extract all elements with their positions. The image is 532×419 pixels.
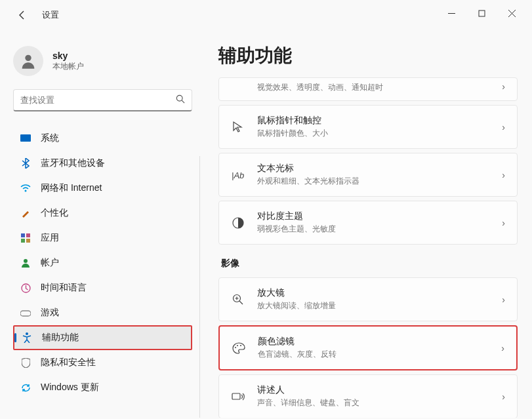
svg-rect-6 bbox=[26, 233, 30, 237]
contrast-icon bbox=[231, 216, 245, 230]
svg-point-16 bbox=[235, 347, 236, 348]
card-title: 对比度主题 bbox=[257, 210, 490, 222]
effects-icon bbox=[231, 79, 245, 94]
chevron-right-icon: › bbox=[502, 170, 505, 180]
apps-icon bbox=[20, 232, 31, 244]
search-icon bbox=[176, 94, 185, 106]
svg-point-9 bbox=[24, 259, 28, 263]
sidebar-item-label: 系统 bbox=[41, 132, 59, 144]
card-sub: 放大镜阅读、缩放增量 bbox=[257, 300, 490, 311]
svg-point-4 bbox=[25, 190, 27, 192]
chevron-right-icon: › bbox=[502, 122, 505, 132]
svg-rect-7 bbox=[21, 239, 25, 243]
settings-card-contrast-themes[interactable]: 对比度主题 弱视彩色主题、光敏度 › bbox=[218, 201, 518, 245]
card-sub: 视觉效果、透明度、动画、通知超时 bbox=[257, 82, 490, 93]
card-title: 文本光标 bbox=[257, 163, 490, 174]
chevron-right-icon: › bbox=[502, 81, 505, 92]
brush-icon bbox=[20, 207, 31, 219]
svg-point-12 bbox=[26, 332, 28, 335]
sidebar-item-accessibility[interactable]: 辅助功能 bbox=[13, 325, 192, 350]
svg-point-1 bbox=[25, 55, 31, 61]
sidebar-item-label: 时间和语言 bbox=[41, 282, 87, 294]
accessibility-icon bbox=[21, 332, 33, 344]
user-account-type: 本地帐户 bbox=[52, 61, 84, 72]
search-input[interactable] bbox=[20, 95, 176, 105]
card-title: 讲述人 bbox=[257, 384, 490, 396]
sidebar-item-label: 蓝牙和其他设备 bbox=[41, 157, 105, 169]
sidebar-item-label: 应用 bbox=[41, 232, 59, 244]
settings-card-mouse-pointer[interactable]: 鼠标指针和触控 鼠标指针颜色、大小 › bbox=[218, 105, 518, 149]
card-title: 颜色滤镜 bbox=[258, 336, 489, 348]
svg-rect-11 bbox=[20, 311, 31, 316]
user-profile[interactable]: sky 本地帐户 bbox=[13, 46, 192, 76]
settings-card-text-cursor[interactable]: |Ab 文本光标 外观和粗细、文本光标指示器 › bbox=[218, 153, 518, 197]
close-button[interactable] bbox=[497, 3, 527, 24]
update-icon bbox=[20, 382, 31, 393]
search-box[interactable] bbox=[13, 89, 192, 111]
globe-clock-icon bbox=[20, 282, 31, 294]
chevron-right-icon: › bbox=[502, 391, 505, 402]
svg-point-17 bbox=[237, 345, 238, 346]
settings-card-magnifier[interactable]: 放大镜 放大镜阅读、缩放增量 › bbox=[218, 277, 518, 321]
card-sub: 鼠标指针颜色、大小 bbox=[257, 128, 490, 139]
sidebar-item-label: 辅助功能 bbox=[42, 332, 79, 344]
section-label-video: 影像 bbox=[221, 258, 518, 269]
sidebar-item-label: 个性化 bbox=[41, 207, 68, 219]
chevron-right-icon: › bbox=[502, 218, 505, 228]
maximize-button[interactable] bbox=[466, 3, 497, 24]
mouse-icon bbox=[231, 120, 245, 134]
sidebar-item-privacy[interactable]: 隐私和安全性 bbox=[13, 350, 192, 375]
sidebar-item-bluetooth[interactable]: 蓝牙和其他设备 bbox=[13, 151, 192, 176]
wifi-icon bbox=[20, 182, 31, 194]
sidebar-divider bbox=[199, 156, 200, 418]
user-name: sky bbox=[52, 50, 84, 61]
card-sub: 声音、详细信息、键盘、盲文 bbox=[257, 397, 490, 409]
shield-icon bbox=[20, 357, 31, 369]
text-cursor-icon: |Ab bbox=[231, 168, 245, 182]
system-icon bbox=[20, 132, 31, 144]
minimize-button[interactable] bbox=[436, 3, 466, 24]
gamepad-icon bbox=[20, 307, 31, 319]
svg-point-2 bbox=[176, 95, 182, 101]
svg-point-18 bbox=[240, 345, 241, 346]
card-title: 鼠标指针和触控 bbox=[257, 115, 490, 127]
narrator-icon bbox=[231, 389, 245, 404]
person-icon bbox=[20, 257, 31, 269]
sidebar-item-apps[interactable]: 应用 bbox=[13, 226, 192, 250]
sidebar: sky 本地帐户 系统 蓝牙和其他设备 bbox=[0, 25, 200, 418]
settings-card-narrator[interactable]: 讲述人 声音、详细信息、键盘、盲文 › bbox=[218, 374, 518, 418]
bluetooth-icon bbox=[20, 157, 31, 169]
svg-rect-19 bbox=[232, 393, 240, 399]
sidebar-item-accounts[interactable]: 帐户 bbox=[13, 250, 192, 275]
card-title: 放大镜 bbox=[257, 287, 490, 299]
palette-icon bbox=[232, 341, 246, 355]
settings-card-visual-effects[interactable]: 视觉效果、透明度、动画、通知超时 › bbox=[218, 77, 518, 101]
sidebar-item-network[interactable]: 网络和 Internet bbox=[13, 176, 192, 201]
svg-rect-5 bbox=[21, 233, 25, 237]
avatar bbox=[13, 46, 43, 76]
sidebar-item-personalize[interactable]: 个性化 bbox=[13, 201, 192, 226]
sidebar-item-label: 游戏 bbox=[41, 307, 59, 319]
sidebar-item-label: Windows 更新 bbox=[41, 382, 99, 393]
sidebar-item-system[interactable]: 系统 bbox=[13, 126, 192, 151]
sidebar-item-time-language[interactable]: 时间和语言 bbox=[13, 275, 192, 300]
svg-rect-8 bbox=[26, 239, 30, 243]
sidebar-item-label: 网络和 Internet bbox=[41, 182, 102, 194]
svg-rect-3 bbox=[20, 134, 31, 142]
card-sub: 色盲滤镜、灰度、反转 bbox=[258, 349, 489, 360]
chevron-right-icon: › bbox=[502, 294, 505, 305]
sidebar-item-windows-update[interactable]: Windows 更新 bbox=[13, 375, 192, 400]
card-sub: 外观和粗细、文本光标指示器 bbox=[257, 176, 490, 187]
magnifier-icon bbox=[231, 292, 245, 307]
app-title: 设置 bbox=[42, 9, 59, 21]
page-title: 辅助功能 bbox=[218, 43, 518, 68]
sidebar-item-label: 隐私和安全性 bbox=[41, 357, 96, 369]
sidebar-item-label: 帐户 bbox=[41, 257, 59, 269]
nav-list: 系统 蓝牙和其他设备 网络和 Internet 个性化 bbox=[13, 126, 192, 400]
card-sub: 弱视彩色主题、光敏度 bbox=[257, 224, 490, 235]
back-button[interactable] bbox=[13, 6, 31, 24]
svg-rect-0 bbox=[479, 10, 485, 16]
settings-card-color-filters[interactable]: 颜色滤镜 色盲滤镜、灰度、反转 › bbox=[218, 325, 518, 370]
chevron-right-icon: › bbox=[501, 343, 504, 353]
sidebar-item-gaming[interactable]: 游戏 bbox=[13, 300, 192, 325]
